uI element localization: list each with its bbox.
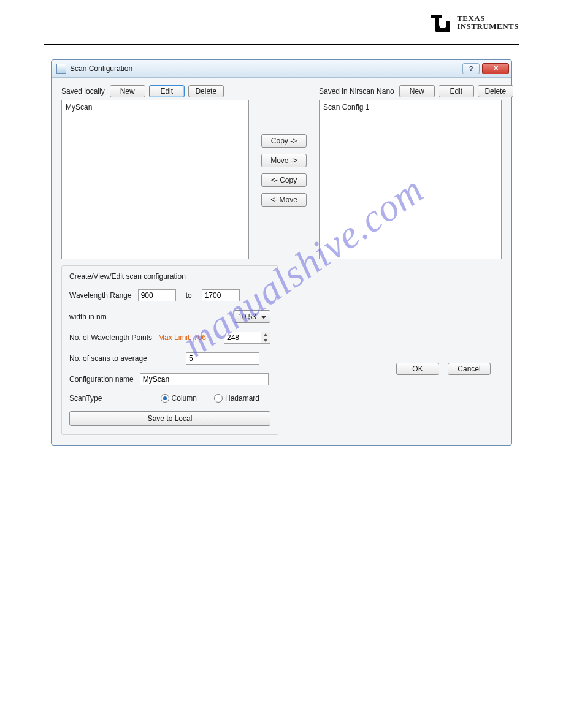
panel-title: Create/View/Edit scan configuration <box>69 272 270 281</box>
move-left-button[interactable]: <- Move <box>261 193 307 207</box>
max-limit-label: Max Limit: 706 <box>158 333 206 342</box>
cfgname-label: Configuration name <box>69 375 134 384</box>
column-label: Column <box>172 394 197 403</box>
brand-line2: INSTRUMENTS <box>457 22 519 30</box>
dialog-window: Scan Configuration ? Saved locally New E… <box>51 59 512 446</box>
npoints-input[interactable] <box>224 332 261 344</box>
help-button[interactable]: ? <box>462 63 480 74</box>
to-label: to <box>186 291 192 300</box>
saved-device-label: Saved in Nirscan Nano <box>319 87 394 96</box>
radio-icon <box>161 394 169 403</box>
local-new-button[interactable]: New <box>110 85 145 97</box>
app-icon <box>56 64 66 74</box>
brand-logo: TEXAS INSTRUMENTS <box>44 12 519 32</box>
divider-bottom <box>44 691 519 691</box>
scantype-label: ScanType <box>69 394 155 403</box>
local-delete-button[interactable]: Delete <box>188 85 224 97</box>
device-delete-button[interactable]: Delete <box>478 85 513 97</box>
navg-label: No. of scans to average <box>69 354 147 363</box>
copy-right-button[interactable]: Copy -> <box>261 134 307 148</box>
npoints-spinner[interactable] <box>224 332 270 344</box>
saved-locally-label: Saved locally <box>61 87 105 96</box>
window-title: Scan Configuration <box>70 64 462 73</box>
spin-up-icon[interactable] <box>261 332 270 338</box>
cancel-button[interactable]: Cancel <box>448 363 491 375</box>
device-new-button[interactable]: New <box>399 85 435 97</box>
save-local-button[interactable]: Save to Local <box>69 411 270 426</box>
device-listbox[interactable]: Scan Config 1 <box>319 100 502 259</box>
copy-left-button[interactable]: <- Copy <box>261 173 307 187</box>
ti-mark-icon <box>430 12 453 32</box>
width-label: width in nm <box>69 313 107 321</box>
cfgname-input[interactable] <box>140 373 269 385</box>
list-item[interactable]: MyScan <box>66 102 245 112</box>
width-value: 10.53 <box>238 313 256 321</box>
config-form-panel: Create/View/Edit scan configuration Wave… <box>61 265 278 435</box>
ok-button[interactable]: OK <box>396 363 439 375</box>
close-button[interactable] <box>482 63 509 74</box>
wavelength-from-input[interactable] <box>138 289 176 301</box>
wavelength-to-input[interactable] <box>202 289 240 301</box>
divider-top <box>44 44 519 45</box>
hadamard-label: Hadamard <box>225 394 259 403</box>
titlebar: Scan Configuration ? <box>52 60 511 77</box>
device-edit-button[interactable]: Edit <box>439 85 474 97</box>
wavelength-range-label: Wavelength Range <box>69 291 132 300</box>
width-select[interactable]: 10.53 <box>234 310 270 323</box>
spin-down-icon[interactable] <box>261 338 270 344</box>
npoints-label: No. of Wavelength Points <box>69 333 152 342</box>
local-listbox[interactable]: MyScan <box>61 100 249 259</box>
move-right-button[interactable]: Move -> <box>261 154 307 167</box>
local-edit-button[interactable]: Edit <box>149 85 185 97</box>
radio-icon <box>214 394 223 403</box>
list-item[interactable]: Scan Config 1 <box>323 102 497 112</box>
scantype-hadamard-radio[interactable]: Hadamard <box>214 394 259 403</box>
navg-input[interactable] <box>186 352 259 365</box>
scantype-column-radio[interactable]: Column <box>161 394 197 403</box>
